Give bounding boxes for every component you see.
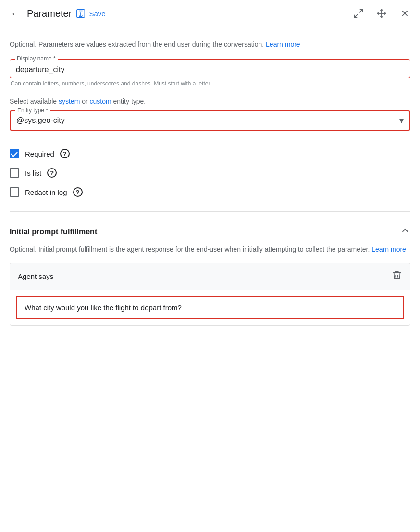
agent-says-input[interactable]: What city would you like the flight to d…: [16, 296, 404, 319]
custom-link[interactable]: custom: [90, 97, 111, 105]
redact-in-log-checkbox[interactable]: [10, 187, 19, 197]
display-name-label: Display name *: [15, 55, 58, 62]
redact-in-log-help-icon[interactable]: ?: [73, 187, 83, 197]
entity-type-value: @sys.geo-city: [16, 116, 65, 124]
redact-in-log-checkbox-row: Redact in log ?: [10, 182, 410, 202]
display-name-input[interactable]: [16, 63, 404, 74]
agent-says-card: Agent says What city would you like the …: [10, 263, 410, 326]
entity-type-select[interactable]: Entity type * @sys.geo-city ▾: [10, 110, 410, 131]
close-button[interactable]: ✕: [397, 6, 412, 21]
is-list-checkbox[interactable]: [10, 168, 19, 178]
system-link[interactable]: system: [59, 97, 80, 105]
required-label: Required: [25, 150, 54, 158]
display-name-hint: Can contain letters, numbers, underscore…: [11, 80, 410, 87]
page-title: Parameter: [27, 8, 72, 19]
learn-more-link-2[interactable]: Learn more: [371, 245, 406, 253]
initial-prompt-description: Optional. Initial prompt fulfillment is …: [10, 244, 410, 254]
header-icons: ✕: [351, 6, 412, 21]
section-title: Initial prompt fulfillment: [10, 228, 97, 236]
is-list-checkbox-row: Is list ?: [10, 163, 410, 182]
entity-type-label: Entity type *: [15, 107, 50, 114]
display-name-wrapper: Display name *: [10, 59, 410, 78]
delete-agent-says-button[interactable]: [392, 270, 402, 283]
section-divider: [10, 211, 410, 212]
back-button[interactable]: ←: [8, 6, 23, 21]
checkboxes-section: Required ? Is list ? Redact in log ?: [10, 140, 410, 206]
description-text: Optional. Parameters are values extracte…: [10, 39, 410, 49]
header: ← Parameter Save ✕: [0, 0, 420, 27]
entity-type-description: Select available system or custom entity…: [10, 97, 410, 107]
fullscreen-button[interactable]: [351, 6, 366, 21]
header-left: ← Parameter Save: [8, 6, 347, 21]
redact-in-log-label: Redact in log: [25, 188, 67, 196]
entity-type-section: Select available system or custom entity…: [10, 97, 410, 131]
is-list-help-icon[interactable]: ?: [47, 168, 57, 178]
agent-card-body: What city would you like the flight to d…: [10, 290, 410, 325]
collapse-icon[interactable]: [400, 225, 410, 238]
agent-says-title: Agent says: [18, 272, 53, 280]
required-checkbox-row: Required ?: [10, 144, 410, 163]
learn-more-link-1[interactable]: Learn more: [266, 40, 300, 48]
content: Optional. Parameters are values extracte…: [0, 27, 420, 337]
required-help-icon[interactable]: ?: [60, 149, 70, 158]
svg-line-3: [359, 10, 362, 12]
resize-button[interactable]: [374, 6, 389, 21]
is-list-label: Is list: [25, 169, 41, 177]
save-label: Save: [89, 10, 105, 18]
save-icon: [75, 8, 86, 19]
save-button[interactable]: Save: [75, 8, 105, 19]
required-checkbox[interactable]: [10, 149, 19, 158]
agent-card-header: Agent says: [10, 263, 410, 290]
display-name-field: Display name * Can contain letters, numb…: [10, 59, 410, 87]
initial-prompt-section-header: Initial prompt fulfillment: [10, 218, 410, 244]
dropdown-arrow-icon: ▾: [399, 115, 404, 126]
svg-line-4: [355, 14, 358, 17]
